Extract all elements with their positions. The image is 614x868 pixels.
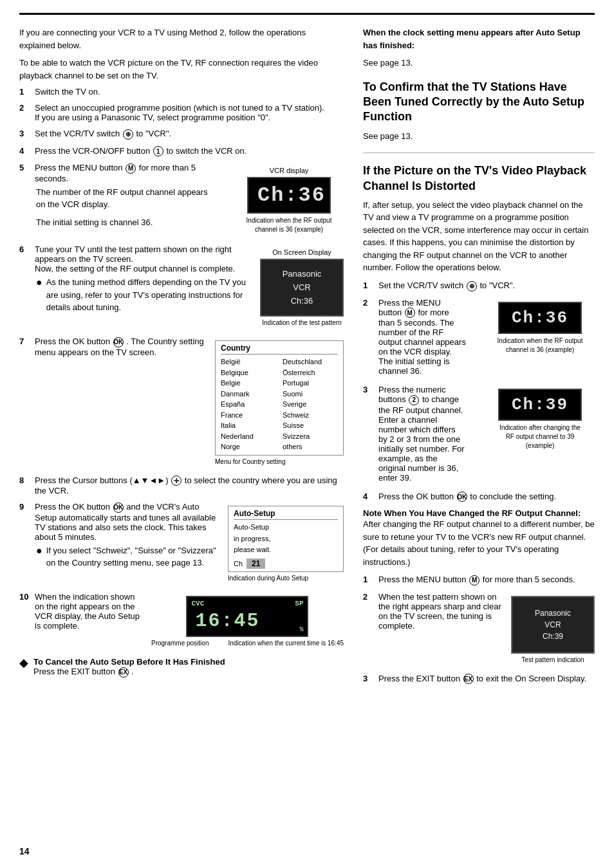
step-7: 7 Press the OK button OK . The Country s… [19, 337, 344, 469]
step-3-num: 3 [19, 129, 30, 138]
clock-note-bold: When the clock setting menu appears afte… [363, 28, 581, 50]
cursor-icon: ✛ [171, 476, 181, 486]
right-step-2-display: Ch:36 Indication when the RF output chan… [485, 302, 595, 355]
autosetup-body: Auto-Setup in progress, please wait. [234, 522, 338, 556]
right-step2-1: 1 Press the MENU button M for more than … [363, 575, 595, 586]
step-9-autosetup: Auto-Setup Auto-Setup in progress, pleas… [228, 506, 344, 582]
menu3-icon: M [469, 575, 479, 586]
step-6-osd: On Screen Display Panasonic VCR Ch:36 In… [260, 248, 344, 326]
step-4: 4 Press the VCR-ON/OFF button 1 to switc… [19, 146, 344, 157]
right-step-4-text: Press the OK button [378, 492, 454, 501]
distorted-intro: If, after setup, you select the video pl… [363, 199, 595, 274]
step-2-num: 2 [19, 103, 30, 113]
step-9-text: Press the OK button [35, 502, 110, 512]
right-step-1-text: Set the VCR/TV switch [378, 281, 463, 290]
right-step2-3: 3 Press the EXIT button EX to exit the O… [363, 674, 595, 685]
step-6-bullet: As the tuning method differs depending o… [46, 276, 254, 314]
step-5-text: Press the MENU button [35, 163, 123, 172]
right-step-2-display-value: Ch:36 [498, 302, 582, 334]
clock-note-body: See page 13. [363, 57, 595, 69]
right-step-3: 3 Press the numeric buttons 2 to change … [363, 385, 595, 485]
step-5-display-value: Ch:36 [247, 177, 331, 214]
right-step-2-sub: The initial setting is channel 36. [378, 356, 450, 376]
vcr-time-caption1: Programme position [151, 640, 209, 647]
step-5-sub2: The initial setting is channel 36. [36, 216, 215, 229]
clock-note: When the clock setting menu appears afte… [363, 26, 595, 69]
country-caption: Menu for Country setting [215, 458, 344, 465]
menu2-icon: M [405, 308, 415, 318]
vcr-time-main: 16:45 [195, 610, 259, 632]
test-pattern-box: Panasonic VCR Ch:39 [511, 596, 595, 654]
step-6-osd-caption: Indication of the test pattern [262, 319, 341, 326]
step-4-text: Press the VCR-ON/OFF button [35, 146, 150, 156]
step-2-sub: If you are using a Panasonic TV, select … [35, 113, 270, 122]
step-5-display: VCR display Ch:36 Indication when the RF… [234, 167, 344, 234]
right-step-2: 2 Press the MENU button M for more than … [363, 298, 595, 379]
right-step-1-num: 1 [363, 281, 373, 290]
intro-para-1: If you are connecting your VCR to a TV u… [19, 26, 344, 51]
vcr-time-prog: CVC [191, 600, 204, 607]
cancel-body: Press the EXIT button [33, 667, 115, 676]
two-col-layout: If you are connecting your VCR to a TV u… [19, 26, 595, 690]
right-step-1-text2: to "VCR". [479, 281, 515, 290]
right-step-4-text2: to conclude the setting. [470, 492, 556, 501]
confirm-section: To Confirm that the TV Stations Have Bee… [363, 80, 595, 143]
note-title: Note When You Have Changed the RF Output… [363, 508, 581, 518]
step-1-num: 1 [19, 87, 30, 97]
test-pattern-line2: VCR [544, 619, 561, 631]
step-5-num: 5 [19, 163, 30, 172]
ok-icon2: OK [113, 503, 124, 513]
step-5-display-caption: Indication when the RF output channel is… [244, 216, 334, 234]
right-step-3-sub: Enter a channel number which differs by … [378, 415, 465, 483]
country-col-1: België Belgique Belgie Danmark España Fr… [221, 356, 276, 452]
step-10-text: When the indication shown on the right a… [35, 592, 145, 631]
note-section: Note When You Have Changed the RF Output… [363, 508, 595, 568]
step-8: 8 Press the Cursor buttons (▲▼◄►) ✛ to s… [19, 476, 344, 496]
step-1: 1 Switch the TV on. [19, 87, 344, 97]
confirm-body: See page 13. [363, 130, 595, 143]
right-step2-1-text: Press the MENU button [378, 575, 467, 584]
autosetup-line3: please wait. [234, 544, 338, 556]
vcr-time-percent: % [299, 626, 303, 633]
step-3-text2: to "VCR". [136, 129, 171, 138]
autosetup-channel: Ch 21 [234, 559, 338, 569]
test-pattern-wrapper: Panasonic VCR Ch:39 Test pattern indicat… [511, 596, 595, 663]
right-step2-2: 2 When the test pattern shown on the rig… [363, 592, 595, 667]
distorted-section: If the Picture on the TV's Video Playbac… [363, 163, 595, 684]
distorted-title: If the Picture on the TV's Video Playbac… [363, 163, 595, 194]
step-10-num: 10 [19, 592, 30, 602]
vcr-time-sp: SP [295, 600, 303, 607]
autosetup-box: Auto-Setup Auto-Setup in progress, pleas… [228, 506, 344, 572]
cancel-section: ◆ To Cancel the Auto Setup Before It Has… [19, 657, 344, 678]
left-column: If you are connecting your VCR to a TV u… [19, 26, 344, 690]
ok3-icon: OK [457, 492, 467, 502]
ok-icon: OK [113, 337, 124, 347]
exit-icon: EX [118, 667, 129, 678]
step-7-text: Press the OK button [35, 337, 110, 346]
note-body: After changing the RF output channel to … [363, 518, 595, 568]
step-7-num: 7 [19, 337, 30, 346]
cancel-diamond: ◆ [19, 657, 28, 669]
exit2-icon: EX [463, 674, 474, 684]
right-step-3-display-caption: Indication after changing the RF output … [495, 423, 585, 450]
right-step-4: 4 Press the OK button OK to conclude the… [363, 492, 595, 503]
step-5-sub1: The number of the RF output channel appe… [36, 186, 215, 211]
vcr-time-caption2: Indication when the current time is 16:4… [228, 640, 344, 647]
step-6-sub1: Now, the setting of the RF output channe… [35, 264, 235, 273]
cancel-body-end: . [131, 667, 134, 676]
vcr-time-captions: Programme position Indication when the c… [151, 640, 344, 647]
test-pattern-line3: Ch:39 [543, 631, 563, 642]
cancel-title: To Cancel the Auto Setup Before It Has F… [33, 657, 225, 667]
confirm-title: To Confirm that the TV Stations Have Bee… [363, 80, 595, 125]
step-6: 6 Tune your TV until the test pattern sh… [19, 245, 344, 330]
autosetup-ch-value: 21 [247, 559, 265, 569]
test-pattern-caption: Test pattern indication [521, 656, 584, 663]
step-2-text: Select an unoccupied programme position … [35, 103, 324, 113]
right-step2-2-text: When the test pattern shown on the right… [378, 592, 505, 631]
autosetup-header: Auto-Setup [234, 509, 338, 520]
step-3: 3 Set the VCR/TV switch ⊕ to "VCR". [19, 129, 344, 140]
right-step-4-num: 4 [363, 492, 373, 501]
step-3-text: Set the VCR/TV switch [35, 129, 120, 138]
right-step-3-display-value: Ch:39 [498, 389, 582, 421]
step-8-text: Press the Cursor buttons (▲▼◄►) [35, 476, 169, 485]
